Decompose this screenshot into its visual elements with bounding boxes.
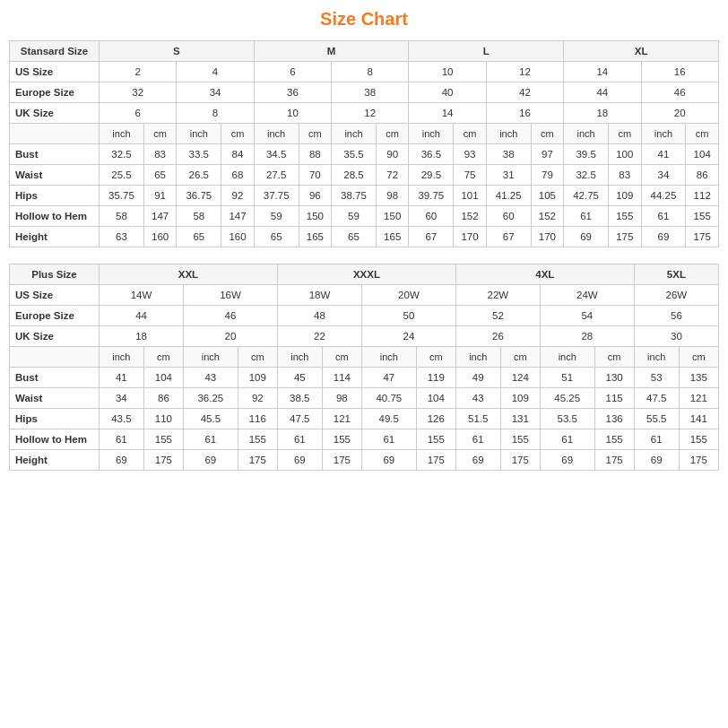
measurement-cell: 104: [143, 368, 183, 388]
measurement-cell: 45: [277, 368, 322, 388]
measurement-cell: 49: [455, 368, 500, 388]
measurement-cell: 112: [686, 186, 719, 206]
measurement-cell: 83: [143, 144, 177, 165]
measurement-cell: 160: [143, 227, 177, 247]
measurement-cell: 150: [299, 206, 332, 227]
measurement-cell: 69: [540, 450, 594, 471]
measurement-cell: 41.25: [486, 186, 531, 206]
measurement-cell: 160: [221, 227, 255, 247]
measurement-cell: 147: [221, 206, 255, 227]
measurement-cell: 33.5: [177, 144, 221, 165]
measurement-cell: 47: [362, 368, 417, 388]
measurement-cell: 79: [531, 165, 564, 186]
measurement-cell: 155: [686, 206, 719, 227]
measurement-cell: 37.75: [254, 186, 299, 206]
measurement-cell: 155: [416, 429, 455, 450]
measurement-cell: 34: [100, 388, 144, 409]
measurement-cell: 116: [238, 409, 277, 429]
uk-size-label-2: UK Size: [10, 326, 100, 347]
measurement-cell: 43: [184, 368, 238, 388]
plus-size-table: Plus Size XXL XXXL 4XL 5XL US Size 14W 1…: [9, 264, 719, 471]
measurement-cell: 41: [641, 144, 686, 165]
measurement-cell: 61: [362, 429, 417, 450]
measurement-cell: 69: [184, 450, 238, 471]
measurement-cell: 175: [416, 450, 455, 471]
measurement-cell: 141: [679, 409, 718, 429]
measurement-cell: 131: [500, 409, 540, 429]
measurement-cell: 109: [500, 388, 540, 409]
measurement-cell: 49.5: [362, 409, 417, 429]
measurement-cell: 61: [277, 429, 322, 450]
measurement-cell: 34.5: [254, 144, 299, 165]
measurement-cell: 175: [143, 450, 183, 471]
measurement-cell: 43.5: [100, 409, 144, 429]
measurement-cell: 70: [299, 165, 332, 186]
measurement-cell: 110: [143, 409, 183, 429]
uk-size-label: UK Size: [10, 103, 100, 124]
measurement-cell: 115: [594, 388, 634, 409]
measurement-label: Height: [10, 227, 100, 247]
size-5xl: 5XL: [634, 264, 718, 285]
measurement-label: Height: [10, 450, 100, 471]
measurement-label: Hollow to Hem: [10, 206, 100, 227]
measurement-cell: 93: [454, 144, 487, 165]
us-val-1: 4: [177, 62, 254, 82]
us-val-0: 2: [100, 62, 177, 82]
measurement-cell: 36.5: [409, 144, 454, 165]
measurement-cell: 175: [238, 450, 277, 471]
measurement-cell: 65: [143, 165, 177, 186]
measurement-cell: 136: [594, 409, 634, 429]
measurement-cell: 155: [500, 429, 540, 450]
measurement-cell: 155: [143, 429, 183, 450]
measurement-cell: 44.25: [641, 186, 686, 206]
measurement-cell: 38.5: [277, 388, 322, 409]
us-size-label: US Size: [10, 62, 100, 82]
us-val-5: 12: [486, 62, 563, 82]
measurement-cell: 170: [531, 227, 564, 247]
euro-size-label-2: Europe Size: [10, 306, 100, 326]
measurement-cell: 155: [609, 206, 642, 227]
plus-size-label: Plus Size: [10, 264, 100, 285]
measurement-cell: 119: [416, 368, 455, 388]
measurement-cell: 69: [564, 227, 609, 247]
size-4xl: 4XL: [455, 264, 634, 285]
measurement-cell: 42.75: [564, 186, 609, 206]
measurement-label: Waist: [10, 165, 100, 186]
standard-size-label: Stansard Size: [10, 41, 100, 62]
measurement-cell: 61: [540, 429, 594, 450]
measurement-cell: 104: [416, 388, 455, 409]
measurement-cell: 121: [679, 388, 718, 409]
measurement-cell: 92: [221, 186, 255, 206]
measurement-cell: 29.5: [409, 165, 454, 186]
europe-size-label: Europe Size: [10, 82, 100, 103]
measurement-cell: 39.75: [409, 186, 454, 206]
size-l: L: [409, 41, 564, 62]
measurement-cell: 135: [679, 368, 718, 388]
measurement-cell: 69: [634, 450, 679, 471]
measurement-cell: 91: [143, 186, 177, 206]
measurement-cell: 65: [254, 227, 299, 247]
us-val-7: 16: [641, 62, 718, 82]
size-xl: XL: [564, 41, 719, 62]
measurement-cell: 28.5: [332, 165, 377, 186]
measurement-cell: 130: [594, 368, 634, 388]
measurement-cell: 60: [486, 206, 531, 227]
measurement-cell: 155: [679, 429, 718, 450]
measurement-cell: 51: [540, 368, 594, 388]
measurement-cell: 60: [409, 206, 454, 227]
measurement-cell: 47.5: [634, 388, 679, 409]
size-s: S: [100, 41, 255, 62]
measurement-cell: 175: [679, 450, 718, 471]
measurement-cell: 58: [100, 206, 144, 227]
measurement-label: Hollow to Hem: [10, 429, 100, 450]
measurement-cell: 38.75: [332, 186, 377, 206]
measurement-cell: 26.5: [177, 165, 221, 186]
measurement-cell: 105: [531, 186, 564, 206]
measurement-cell: 38: [486, 144, 531, 165]
measurement-cell: 72: [376, 165, 409, 186]
measurement-cell: 32.5: [100, 144, 144, 165]
measurement-cell: 35.75: [100, 186, 144, 206]
measurement-cell: 126: [416, 409, 455, 429]
measurement-cell: 109: [238, 368, 277, 388]
measurement-cell: 175: [686, 227, 719, 247]
